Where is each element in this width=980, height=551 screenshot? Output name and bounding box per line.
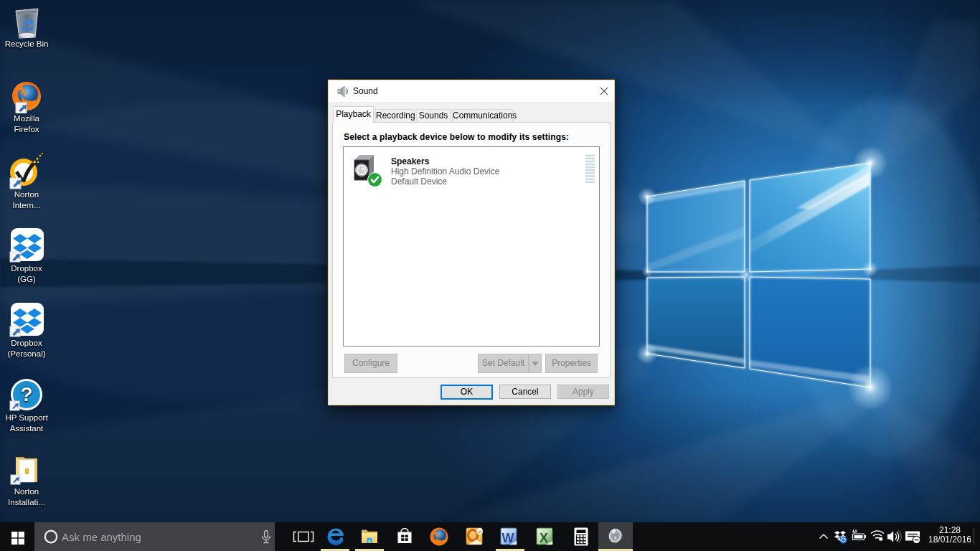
svg-text:?: ? — [20, 383, 32, 405]
svg-text:X: X — [540, 531, 548, 545]
svg-text:W: W — [502, 531, 514, 545]
